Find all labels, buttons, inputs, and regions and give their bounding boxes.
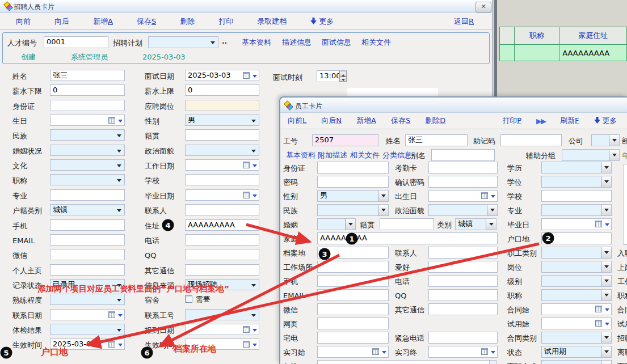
table-cell[interactable] [514, 45, 559, 61]
political-status-combo[interactable] [185, 145, 259, 156]
archive-place-input[interactable] [317, 247, 389, 259]
text-input[interactable] [317, 275, 389, 287]
combo-button[interactable] [486, 219, 496, 230]
combo-button[interactable] [601, 290, 611, 300]
text-input[interactable] [317, 318, 389, 329]
date-input[interactable] [428, 190, 498, 202]
combo-input[interactable] [541, 275, 612, 287]
contact-person-input[interactable] [185, 204, 259, 215]
front-refresh-button[interactable]: 刷新F [560, 116, 579, 126]
tab-item[interactable]: 描述信息 [282, 37, 312, 48]
education-combo[interactable] [50, 159, 125, 171]
alias-input[interactable] [431, 149, 495, 161]
text-input[interactable] [428, 261, 498, 273]
combo-button[interactable] [601, 361, 611, 364]
combo-button[interactable] [601, 346, 611, 357]
tab-item[interactable]: 相关文件 [350, 150, 380, 160]
school-input[interactable] [185, 174, 259, 185]
tab-item[interactable]: 基本资料 [286, 150, 315, 160]
combo-button[interactable] [345, 219, 355, 230]
combo-input[interactable]: 男 [317, 190, 389, 202]
text-input[interactable] [428, 162, 498, 173]
email-input[interactable] [50, 234, 125, 246]
emp-name-input[interactable]: 张三 [405, 134, 468, 146]
combo-input[interactable] [541, 247, 612, 259]
name-input[interactable]: 张三 [50, 70, 125, 81]
qq-input[interactable] [185, 249, 259, 260]
contact-empno-combo[interactable] [185, 309, 259, 320]
text-input[interactable] [317, 303, 389, 315]
id-card-input[interactable] [50, 100, 125, 111]
front-print-button[interactable]: 打印P [502, 116, 521, 126]
work-date-input[interactable] [185, 159, 259, 171]
employee-id-input[interactable]: 2507 [312, 134, 378, 146]
table-row[interactable]: AAAAAAAAA [500, 45, 627, 61]
address-input[interactable]: AAAAAAAAA [185, 219, 259, 231]
interview-date-input[interactable]: 2025-03-03 [185, 70, 259, 81]
tab-item[interactable]: 分类信息 [382, 150, 412, 160]
physical-exam-combo[interactable] [50, 324, 125, 335]
text-input[interactable] [317, 261, 389, 273]
salary-max-input[interactable]: 0 [185, 84, 259, 96]
front-save-button[interactable]: 保存S [391, 116, 410, 126]
front-next-page-button[interactable]: ▶▶ [536, 117, 545, 125]
combo-button[interactable] [601, 205, 611, 215]
date-input[interactable] [428, 346, 498, 358]
close-button[interactable]: ✕ [475, 2, 491, 12]
date-input[interactable] [541, 303, 612, 315]
text-input[interactable] [541, 190, 612, 202]
job-title-combo[interactable] [50, 174, 125, 185]
front-more-button[interactable]: 更多 [594, 116, 617, 126]
tab-item[interactable]: 附加描述 [318, 150, 347, 160]
back-delete-button[interactable]: 删除 [180, 16, 195, 27]
combo-button[interactable] [378, 191, 388, 201]
combo-input[interactable] [541, 289, 612, 301]
back-forward-button[interactable]: 向前 [16, 16, 31, 27]
front-delete-button[interactable]: 删除D [425, 116, 445, 126]
combo-button[interactable] [601, 276, 611, 286]
contact-date-input[interactable] [50, 309, 125, 320]
combo-input[interactable] [541, 162, 612, 173]
native-place-input[interactable] [185, 129, 259, 141]
text-input[interactable] [317, 162, 389, 173]
combo-input[interactable] [541, 332, 612, 344]
record-status-combo[interactable]: 已录用 [50, 279, 125, 290]
date-input[interactable] [317, 346, 389, 358]
ellipsis-button[interactable]: .. [222, 37, 227, 45]
combo-input[interactable] [317, 218, 356, 230]
date-input[interactable] [541, 318, 612, 329]
phone-input[interactable] [185, 234, 259, 246]
table-cell-address[interactable]: AAAAAAAAA [559, 45, 627, 61]
combo-input[interactable] [317, 204, 389, 216]
front-titlebar[interactable]: 员工卡片 [280, 98, 627, 113]
combo-button[interactable] [601, 247, 611, 258]
company-combo[interactable] [591, 134, 620, 146]
table-cell[interactable] [500, 45, 515, 61]
textarea-input[interactable] [317, 360, 496, 364]
expiry-date-input[interactable] [185, 338, 259, 350]
text-input[interactable] [428, 289, 498, 301]
scrollbar[interactable] [489, 361, 496, 364]
back-add-button[interactable]: 新增A [93, 16, 113, 27]
tab-item[interactable]: 相关文件 [361, 37, 391, 48]
text-input[interactable] [428, 247, 498, 259]
report-date-input[interactable] [185, 324, 259, 335]
combo-input[interactable] [541, 176, 612, 188]
major-input[interactable] [50, 189, 125, 201]
ethnicity-combo[interactable] [50, 129, 125, 141]
back-print-button[interactable]: 打印 [218, 16, 233, 27]
front-add-button[interactable]: 新增A [356, 116, 376, 126]
text-input[interactable] [317, 332, 389, 344]
combo-button[interactable] [601, 176, 611, 187]
info-source-combo[interactable]: 现场招聘 [185, 279, 259, 290]
interview-time-spinner[interactable]: 13:00 [317, 70, 347, 82]
checkbox[interactable] [185, 295, 192, 303]
combo-input[interactable] [541, 261, 612, 273]
proficiency-combo[interactable] [50, 294, 125, 305]
back-save-button[interactable]: 保存S [137, 16, 156, 27]
dorm-checkbox[interactable]: 需要 [185, 294, 259, 305]
graduation-date-input[interactable] [185, 189, 259, 201]
front-forward-button[interactable]: 向前L [288, 116, 306, 126]
spinner-buttons[interactable] [339, 71, 347, 82]
combo-button[interactable] [487, 205, 497, 215]
